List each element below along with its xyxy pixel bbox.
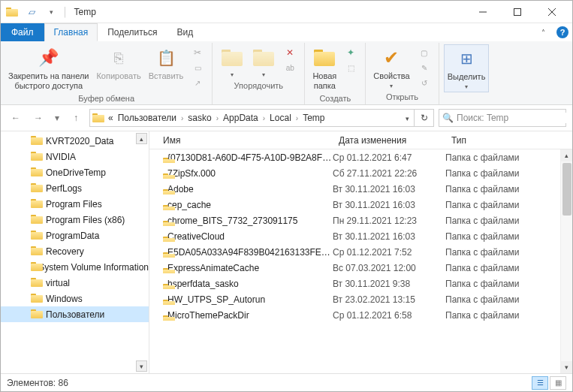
history-button[interactable]: ↺ <box>416 76 433 89</box>
breadcrumb-prefix[interactable]: « <box>107 113 115 123</box>
file-row[interactable]: E5DA05A033A94F839B042163133FEAB1Ср 01.12… <box>149 244 572 260</box>
copy-button[interactable]: ⎘ Копировать <box>93 44 143 83</box>
tree-item[interactable]: Windows <box>1 291 149 306</box>
edit-button[interactable]: ✎ <box>416 61 433 74</box>
pin-to-quick-access-button[interactable]: 📌 Закрепить на панели быстрого доступа <box>5 44 92 92</box>
tab-view[interactable]: Вид <box>167 23 203 41</box>
chevron-right-icon[interactable]: › <box>215 114 220 122</box>
select-button[interactable]: ⊞ Выделить ▾ <box>444 44 490 92</box>
file-row[interactable]: 7ZipSfx.000Сб 27.11.2021 22:26Папка с фа… <box>149 165 572 181</box>
tab-file[interactable]: Файл <box>1 23 44 41</box>
tree-scroll-up-button[interactable]: ▴ <box>136 133 147 144</box>
tree-item[interactable]: Recovery <box>1 243 149 259</box>
copy-to-button[interactable]: ▾ <box>249 44 279 80</box>
vertical-scrollbar[interactable]: ▴ ▾ <box>560 149 572 373</box>
chevron-right-icon[interactable]: › <box>261 114 267 122</box>
file-row[interactable]: {07130D81-A60D-4F75-A10D-9B2A8F00D...Ср … <box>149 149 572 165</box>
new-folder-button[interactable]: Новая папка <box>309 44 339 92</box>
file-row[interactable]: hsperfdata_saskoВт 30.11.2021 9:38Папка … <box>149 276 572 291</box>
navigation-tree[interactable]: ▴ ▾ KVRT2020_DataNVIDIAOneDriveTempPerfL… <box>1 131 149 373</box>
qat-dropdown-icon[interactable]: ▾ <box>43 4 59 20</box>
tab-home[interactable]: Главная <box>44 23 98 41</box>
back-button[interactable]: ← <box>7 109 25 127</box>
copy-to-icon <box>252 46 276 70</box>
tree-item-label: KVRT2020_Data <box>46 136 114 146</box>
tree-item[interactable]: Program Files (x86) <box>1 212 149 228</box>
rename-icon: ab <box>286 64 294 72</box>
view-large-icons-button[interactable]: ▦ <box>550 376 566 390</box>
up-button[interactable]: ↑ <box>67 109 85 127</box>
file-row[interactable]: ExpressAnimateCacheВс 07.03.2021 12:00Па… <box>149 260 572 276</box>
column-header-name[interactable]: Имя <box>149 135 333 146</box>
refresh-button[interactable]: ↻ <box>415 109 434 127</box>
arrow-up-icon: ↑ <box>74 113 78 123</box>
forward-button[interactable]: → <box>29 109 47 127</box>
delete-button[interactable]: ✕ <box>282 46 298 59</box>
tree-item[interactable]: System Volume Information <box>1 259 149 275</box>
file-name: {07130D81-A60D-4F75-A10D-9B2A8F00D... <box>167 152 333 163</box>
close-button[interactable] <box>535 1 569 23</box>
tree-item[interactable]: Program Files <box>1 196 149 212</box>
open-button[interactable]: ▢ <box>416 46 433 59</box>
move-to-button[interactable]: ▾ <box>217 44 247 80</box>
tree-item[interactable]: PerfLogs <box>1 180 149 196</box>
folder-icon <box>31 309 43 320</box>
scrollbar-thumb[interactable] <box>562 163 571 216</box>
cut-button[interactable]: ✂ <box>189 46 206 59</box>
maximize-button[interactable] <box>500 1 535 23</box>
rename-button[interactable]: ab <box>282 61 298 74</box>
breadcrumb-item[interactable]: Local <box>268 113 293 123</box>
tree-item[interactable]: virtual <box>1 275 149 291</box>
chevron-right-icon[interactable]: › <box>294 114 300 122</box>
new-item-icon: ✦ <box>347 47 354 58</box>
column-header-type[interactable]: Тип <box>445 135 572 146</box>
breadcrumb-item[interactable]: AppData <box>222 113 260 123</box>
column-header-date[interactable]: Дата изменения <box>333 135 445 146</box>
easy-access-button[interactable]: ⬚ <box>342 61 359 74</box>
tree-item[interactable]: OneDriveTemp <box>1 164 149 180</box>
chevron-right-icon[interactable]: › <box>179 114 185 122</box>
paste-shortcut-button[interactable]: ↗ <box>189 76 206 89</box>
scroll-down-button[interactable]: ▾ <box>561 361 573 373</box>
file-row[interactable]: MicroThemePackDirСр 01.12.2021 6:58Папка… <box>149 307 572 323</box>
minimize-button[interactable] <box>466 1 500 23</box>
breadcrumb-item[interactable]: Пользователи <box>116 113 178 123</box>
breadcrumb-item[interactable]: sasko <box>186 113 213 123</box>
tree-item-label: OneDriveTemp <box>46 167 106 178</box>
column-headers: Имя Дата изменения Тип <box>149 131 572 149</box>
recent-locations-button[interactable]: ▾ <box>52 109 62 127</box>
folder-icon <box>31 199 43 210</box>
scroll-up-button[interactable]: ▴ <box>561 149 573 161</box>
arrow-left-icon: ← <box>11 113 20 123</box>
select-icon: ⊞ <box>454 47 478 71</box>
folder-icon <box>31 262 35 273</box>
new-item-button[interactable]: ✦ <box>342 46 359 59</box>
file-name: HW_UTPS_SP_Autorun <box>167 294 265 305</box>
paste-button[interactable]: 📋 Вставить <box>146 44 187 83</box>
collapse-ribbon-button[interactable]: ˄ <box>533 23 553 41</box>
file-row[interactable]: chrome_BITS_7732_273091175Пн 29.11.2021 … <box>149 213 572 228</box>
tree-item[interactable]: ProgramData <box>1 228 149 243</box>
file-row[interactable]: cep_cacheВт 30.11.2021 16:03Папка с файл… <box>149 197 572 213</box>
search-box[interactable]: 🔍 <box>439 109 566 127</box>
address-bar[interactable]: « Пользователи › sasko › AppData › Local… <box>89 109 415 127</box>
paste-icon: 📋 <box>154 46 178 70</box>
file-row[interactable]: HW_UTPS_SP_AutorunВт 23.02.2021 13:15Пап… <box>149 291 572 307</box>
checkmark-icon: ✔ <box>379 46 403 70</box>
search-input[interactable] <box>457 113 569 123</box>
tree-scroll-down-button[interactable]: ▾ <box>136 360 147 372</box>
properties-icon[interactable]: ▱ <box>23 4 40 20</box>
file-row[interactable]: AdobeВт 30.11.2021 16:03Папка с файлами <box>149 181 572 197</box>
properties-button[interactable]: ✔ Свойства ▾ <box>370 44 412 91</box>
tree-item[interactable]: Пользователи <box>1 306 149 322</box>
copy-path-button[interactable]: ▭ <box>189 61 206 74</box>
file-rows[interactable]: {07130D81-A60D-4F75-A10D-9B2A8F00D...Ср … <box>149 149 572 373</box>
tree-item[interactable]: KVRT2020_Data <box>1 133 149 149</box>
address-dropdown-button[interactable]: ▾ <box>403 113 412 123</box>
file-row[interactable]: CreativeCloudВт 30.11.2021 16:03Папка с … <box>149 228 572 244</box>
view-details-button[interactable]: ☰ <box>532 376 548 390</box>
tab-share[interactable]: Поделиться <box>98 23 167 41</box>
help-button[interactable]: ? <box>553 23 572 41</box>
tree-item[interactable]: NVIDIA <box>1 149 149 164</box>
breadcrumb-item[interactable]: Temp <box>301 113 326 123</box>
